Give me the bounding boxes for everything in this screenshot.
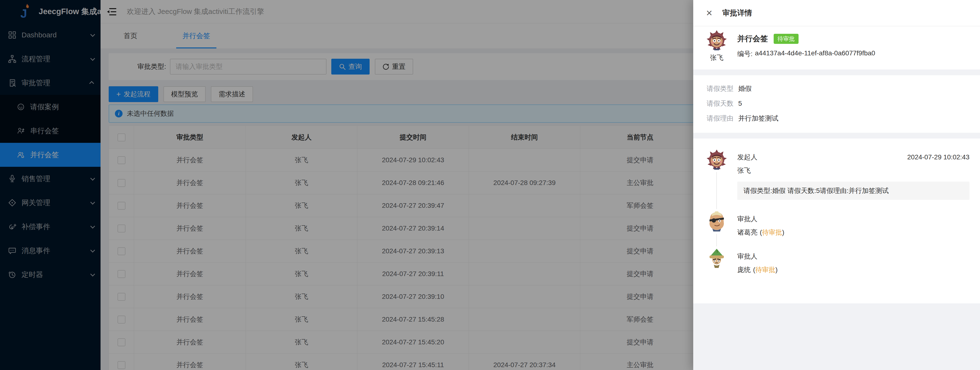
- detail-row: 请假天数 5: [706, 99, 969, 108]
- app-root: J JeecgFlow 集成act... Dashboard 流程管理 审批管理: [0, 0, 980, 370]
- detail-value: 并行加签测试: [738, 113, 778, 123]
- drawer-title: 审批详情: [722, 8, 752, 18]
- code-value: a44137a4-4d4e-11ef-af8a-0a6077f9fba0: [755, 49, 875, 59]
- detail-label: 请假类型: [706, 84, 738, 94]
- timeline-role: 发起人: [737, 152, 757, 162]
- timeline-role: 审批人: [737, 252, 757, 261]
- avatar-zhangfei: [706, 150, 727, 170]
- detail-label: 请假天数: [706, 99, 738, 108]
- timeline-approver-1: 审批人 诸葛亮(待审批): [706, 211, 969, 237]
- timeline-time: 2024-07-29 10:02:43: [907, 152, 969, 162]
- status-badge: 待审批: [774, 34, 799, 44]
- timeline-approver-2: 审批人 庞统(待审批): [706, 249, 969, 274]
- process-summary-card: 张飞 并行会签 待审批 编号: a44137a4-4d4e-11ef-af8a-…: [693, 26, 980, 70]
- leave-details-card: 请假类型 婚假 请假天数 5 请假理由 并行加签测试: [693, 75, 980, 133]
- pending-status: 待审批: [762, 229, 782, 236]
- timeline-name: 诸葛亮(待审批): [737, 228, 969, 237]
- process-name: 并行会签: [737, 33, 768, 44]
- timeline-name: 庞统(待审批): [737, 265, 969, 274]
- detail-value: 婚假: [738, 84, 752, 94]
- drawer-header: × 审批详情: [693, 0, 980, 26]
- detail-row: 请假类型 婚假: [706, 84, 969, 94]
- pending-status: 待审批: [755, 266, 775, 273]
- process-code: 编号: a44137a4-4d4e-11ef-af8a-0a6077f9fba0: [737, 49, 969, 59]
- timeline-role: 审批人: [737, 214, 757, 224]
- avatar-zhugeliang: [706, 211, 727, 231]
- detail-value: 5: [738, 99, 742, 108]
- initiator-name: 张飞: [706, 53, 727, 62]
- approval-timeline-card: 发起人 2024-07-29 10:02:43 张飞 请假类型:婚假 请假天数:…: [693, 139, 980, 303]
- timeline-note: 请假类型:婚假 请假天数:5请假理由:并行加签测试: [737, 182, 969, 200]
- detail-label: 请假理由: [706, 113, 738, 123]
- timeline-name: 张飞: [737, 166, 969, 175]
- timeline-initiator: 发起人 2024-07-29 10:02:43 张飞 请假类型:婚假 请假天数:…: [706, 150, 969, 200]
- approval-detail-drawer: × 审批详情 张飞 并行会签 待审批 编号: a44137a4-4d4e-11e…: [693, 0, 980, 370]
- code-label: 编号:: [737, 49, 752, 59]
- detail-row: 请假理由 并行加签测试: [706, 113, 969, 123]
- avatar-pangtong: [706, 249, 727, 269]
- initiator-avatar: [706, 30, 727, 50]
- close-icon[interactable]: ×: [706, 8, 713, 18]
